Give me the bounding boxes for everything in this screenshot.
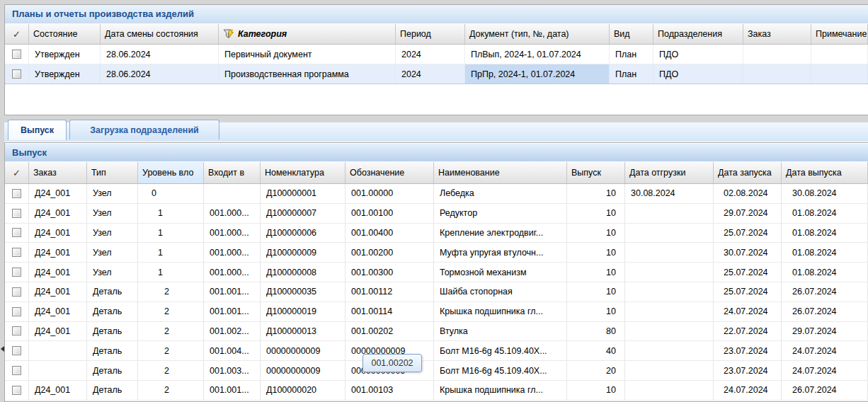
vypusk-grid-cell[interactable]: 10 xyxy=(567,224,625,243)
vypusk-grid-cell[interactable]: 1 xyxy=(138,204,204,223)
vypusk-grid-column-header[interactable]: Дата отгрузки xyxy=(625,162,714,183)
vypusk-grid-cell[interactable]: 22.07.2024 xyxy=(714,322,782,341)
plans-grid-cell[interactable]: Производственная программа xyxy=(219,64,396,84)
vypusk-grid-cell[interactable]: 10 xyxy=(567,282,625,302)
plans-grid-cell[interactable]: 2024 xyxy=(396,64,465,84)
vypusk-grid-cell[interactable]: Д100000020 xyxy=(261,381,346,400)
row-checkbox[interactable] xyxy=(12,307,21,316)
plans-grid-cell[interactable] xyxy=(743,64,811,84)
vypusk-grid-cell[interactable] xyxy=(625,282,714,302)
vypusk-grid-cell[interactable]: Д24_001 xyxy=(29,204,87,223)
vypusk-grid-cell[interactable]: Деталь xyxy=(87,381,138,400)
vypusk-grid-cell[interactable]: Крышка подшипника гл... xyxy=(434,302,567,321)
vypusk-grid-cell[interactable]: 001.00300 xyxy=(346,263,434,282)
vypusk-grid-cell[interactable]: 001.00400 xyxy=(346,224,434,243)
vypusk-grid-cell[interactable] xyxy=(29,341,87,360)
vypusk-grid-cell[interactable]: 26.07.2024 xyxy=(782,302,868,321)
vypusk-grid-cell[interactable]: Д100000013 xyxy=(261,322,346,341)
vypusk-grid-cell[interactable]: 80 xyxy=(567,322,625,341)
collapse-left-arrow-icon[interactable] xyxy=(1,346,4,352)
plans-grid-column-header[interactable]: Документ (тип, №, дата) xyxy=(465,24,610,44)
vypusk-grid-cell[interactable] xyxy=(625,322,714,341)
vypusk-grid-cell[interactable]: Деталь xyxy=(87,282,138,302)
row-checkbox[interactable] xyxy=(12,69,21,79)
vypusk-grid-cell[interactable] xyxy=(625,381,714,400)
vypusk-grid-cell[interactable]: 10 xyxy=(567,381,625,400)
vypusk-grid-cell[interactable]: Д24_001 xyxy=(29,282,87,302)
row-checkbox[interactable] xyxy=(12,228,21,237)
vypusk-grid-cell[interactable]: 30.07.2024 xyxy=(714,243,782,262)
vypusk-grid-cell[interactable]: Д100000009 xyxy=(261,243,346,262)
vypusk-grid-cell[interactable]: 25.07.2024 xyxy=(714,263,782,282)
vypusk-grid-cell[interactable]: Д100000007 xyxy=(261,204,346,223)
plans-grid-column-header[interactable]: Категория xyxy=(219,24,396,44)
vypusk-grid-column-header[interactable]: Наименование xyxy=(434,162,567,183)
vypusk-grid-cell[interactable]: 001.00112 xyxy=(346,282,434,302)
vypusk-grid-cell[interactable]: Д100000019 xyxy=(261,302,346,321)
plans-grid-cell[interactable] xyxy=(743,45,811,64)
vypusk-grid-cell[interactable]: 10 xyxy=(567,302,625,321)
plans-grid-cell[interactable] xyxy=(811,64,868,84)
vypusk-grid-cell[interactable]: 23.07.2024 xyxy=(714,361,782,380)
vypusk-grid-column-header[interactable]: Номенклатура xyxy=(261,162,346,183)
row-checkbox[interactable] xyxy=(12,209,21,218)
vypusk-grid-cell[interactable]: Деталь xyxy=(87,302,138,321)
vypusk-grid-cell[interactable] xyxy=(29,361,87,380)
vypusk-grid-cell[interactable]: 001.001... xyxy=(204,282,261,302)
vypusk-grid-cell[interactable]: Шайба стопорная xyxy=(434,282,567,302)
vypusk-grid-cell[interactable]: 1 xyxy=(138,243,204,262)
vypusk-grid-row[interactable]: Д24_001Деталь2001.001...Д100000020001.00… xyxy=(5,381,868,401)
plans-grid-cell[interactable]: Утвержден xyxy=(29,64,101,84)
plans-grid-column-header[interactable]: Вид xyxy=(610,24,653,44)
vypusk-grid-cell[interactable]: 25.07.2024 xyxy=(714,224,782,243)
vypusk-grid-cell[interactable]: Д24_001 xyxy=(29,243,87,262)
vypusk-grid-cell[interactable]: 001.001... xyxy=(204,302,261,321)
vypusk-grid-cell[interactable]: 001.00100 xyxy=(346,204,434,223)
vypusk-grid-cell[interactable] xyxy=(625,361,714,380)
vypusk-grid-cell[interactable]: 20 xyxy=(567,361,625,380)
vypusk-grid-cell[interactable]: 001.000... xyxy=(204,263,261,282)
vypusk-grid-cell[interactable]: Д100000006 xyxy=(261,224,346,243)
vypusk-grid-cell[interactable]: Крышка подшипника гл... xyxy=(434,381,567,400)
vypusk-grid-cell[interactable]: 25.07.2024 xyxy=(714,282,782,302)
vypusk-grid-cell[interactable]: 26.07.2024 xyxy=(782,381,868,400)
plans-grid-row[interactable]: Утвержден28.06.2024Первичный документ202… xyxy=(5,45,868,64)
vypusk-grid-cell[interactable]: Редуктор xyxy=(434,204,567,223)
vypusk-grid-row[interactable]: Д24_001Узел0Д100000001001.00000Лебедка10… xyxy=(5,184,868,204)
vypusk-grid-cell[interactable]: 01.08.2024 xyxy=(782,243,868,262)
vypusk-grid-cell[interactable]: 10 xyxy=(567,184,625,203)
vypusk-grid-cell[interactable]: Болт М16-6g 45.109.40Х... xyxy=(434,341,567,360)
vypusk-grid-column-header[interactable]: Входит в xyxy=(204,162,261,183)
vypusk-grid-cell[interactable]: 23.07.2024 xyxy=(714,341,782,360)
vypusk-grid-cell[interactable]: Узел xyxy=(87,184,138,203)
vypusk-grid-row[interactable]: Д24_001Деталь2001.001...Д100000035001.00… xyxy=(5,282,868,302)
vypusk-grid-cell[interactable]: 10 xyxy=(567,243,625,262)
vypusk-grid-cell[interactable]: 29.07.2024 xyxy=(782,322,868,341)
vypusk-grid-cell[interactable]: 001.00200 xyxy=(346,243,434,262)
vypusk-grid-column-header[interactable]: Дата выпуска xyxy=(782,162,868,183)
vypusk-grid-cell[interactable]: 10 xyxy=(567,263,625,282)
plans-grid-cell[interactable]: 2024 xyxy=(396,45,465,64)
vypusk-grid-cell[interactable]: Узел xyxy=(87,243,138,262)
vypusk-grid-row[interactable]: Д24_001Деталь2001.001...Д100000019001.00… xyxy=(5,302,868,322)
vypusk-grid-cell[interactable]: Д24_001 xyxy=(29,322,87,341)
vypusk-grid-cell[interactable]: 001.001... xyxy=(204,381,261,400)
row-checkbox[interactable] xyxy=(12,248,21,257)
vypusk-grid-cell[interactable]: 30.08.2024 xyxy=(782,184,868,203)
vypusk-grid-cell[interactable] xyxy=(625,243,714,262)
row-checkbox[interactable] xyxy=(12,346,21,355)
plans-grid-cell[interactable]: ПДО xyxy=(653,45,743,64)
plans-grid-cell[interactable]: План xyxy=(610,64,653,84)
vypusk-grid-row[interactable]: Деталь2001.004...0000000000900000000009Б… xyxy=(5,341,868,361)
plans-grid-cell[interactable]: Утвержден xyxy=(29,45,101,64)
vypusk-grid-cell[interactable]: 00000000009 xyxy=(261,361,346,380)
vypusk-grid-cell[interactable]: 2 xyxy=(138,302,204,321)
vypusk-grid-row[interactable]: Д24_001Узел1001.000...Д100000008001.0030… xyxy=(5,263,868,282)
vypusk-grid-cell[interactable]: 29.07.2024 xyxy=(714,204,782,223)
vypusk-grid-cell[interactable]: 001.000... xyxy=(204,243,261,262)
vypusk-grid-column-header[interactable]: Уровень вло xyxy=(138,162,204,183)
vypusk-grid-cell[interactable]: 24.07.2024 xyxy=(782,361,868,380)
vypusk-grid-cell[interactable]: 40 xyxy=(567,341,625,360)
vypusk-grid-cell[interactable]: 001.00202 xyxy=(346,322,434,341)
plans-grid-column-header[interactable]: Подразделения xyxy=(653,24,743,44)
